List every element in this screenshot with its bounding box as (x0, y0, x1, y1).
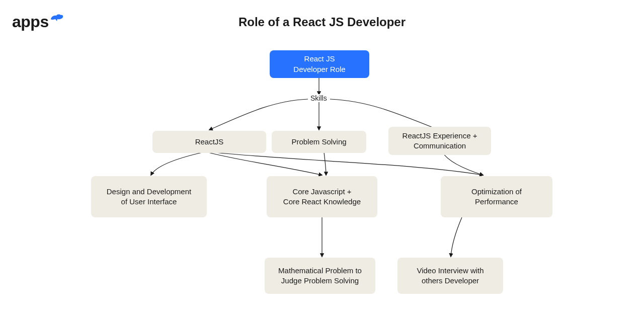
skills-label: Skills (309, 94, 328, 102)
node-core-js-line2: Core React Knowledge (283, 197, 361, 207)
node-core-js-line1: Core Javascript + (283, 187, 361, 197)
logo-text: apps (12, 13, 49, 31)
page-title: Role of a React JS Developer (238, 15, 406, 29)
node-root-line2: Developer Role (293, 64, 345, 74)
node-reactjs: ReactJS (152, 131, 266, 153)
node-video-interview-line2: others Developer (417, 276, 484, 286)
node-core-js: Core Javascript + Core React Knowledge (267, 176, 377, 217)
node-exp-comm: ReactJS Experience + Communication (388, 127, 491, 155)
node-opt-perf-line1: Optimization of (471, 187, 522, 197)
node-design-ui-line2: of User Interface (107, 197, 191, 207)
node-video-interview-line1: Video Interview with (417, 266, 484, 276)
node-math-problem: Mathematical Problem to Judge Problem So… (265, 258, 375, 294)
node-video-interview: Video Interview with others Developer (397, 258, 503, 294)
node-exp-comm-line1: ReactJS Experience + (403, 131, 477, 141)
node-design-ui: Design and Development of User Interface (91, 176, 207, 217)
node-math-problem-line2: Judge Problem Solving (278, 276, 362, 286)
logo: apps (12, 12, 64, 31)
node-root: React JS Developer Role (270, 50, 369, 78)
node-root-line1: React JS (293, 54, 345, 64)
node-problem-solving: Problem Solving (272, 131, 366, 153)
node-math-problem-line1: Mathematical Problem to (278, 266, 362, 276)
node-design-ui-line1: Design and Development (107, 187, 191, 197)
node-opt-perf: Optimization of Performance (441, 176, 552, 217)
node-exp-comm-line2: Communication (403, 141, 477, 151)
node-opt-perf-line2: Performance (471, 197, 522, 207)
rhino-icon (50, 12, 64, 22)
